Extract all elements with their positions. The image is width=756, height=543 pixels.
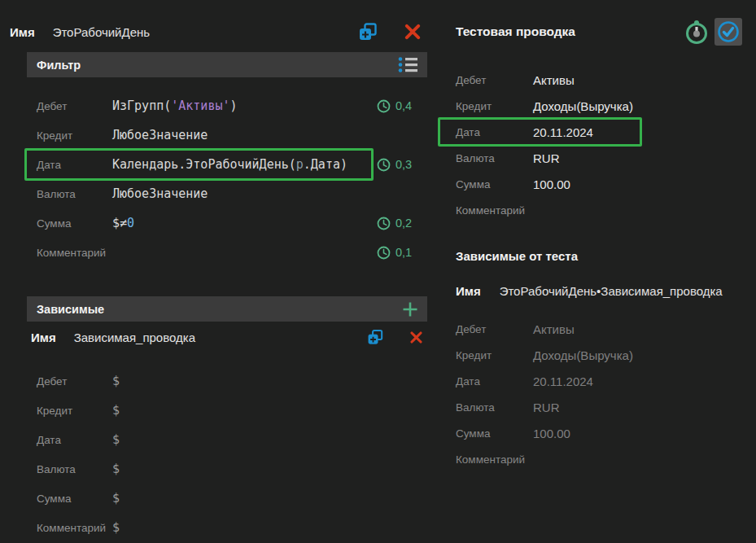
field-label: Сумма [27,217,112,230]
code-token: ЛюбоеЗначение [112,186,208,201]
field-row: ВалютаRUR [456,145,742,171]
field-value[interactable]: ЛюбоеЗначение [112,128,427,142]
field-value[interactable]: 100.00 [533,177,742,191]
field-value[interactable]: $ [112,520,427,535]
field-label: Дебет [456,323,533,335]
field-label: Дата [27,434,112,446]
field-label: Дебет [27,100,112,112]
field-row: КредитДоходы(Выручка) [456,93,742,119]
close-icon [409,331,423,344]
field-row: Сумма100.00 [456,420,742,446]
field-row: ДатаКалендарь.ЭтоРабочийДень(p.Дата)0,3 [27,150,427,179]
duplicate-icon [357,21,379,43]
field-row: Комментарий [456,446,742,472]
code-token: $ [112,216,120,230]
delete-button[interactable] [404,23,422,41]
field-label: Валюта [456,401,533,414]
code-token: 0 [127,216,134,230]
field-label: Кредит [456,349,533,361]
field-row: Сумма$ [27,484,427,513]
field-row: Дата20.11.2024 [456,368,742,394]
field-value[interactable]: $ [112,432,427,447]
field-row: Дебет$ [27,366,427,396]
apply-check-button[interactable] [714,18,742,46]
code-token: ИзГрупп( [112,99,171,113]
add-dependent-button[interactable] [401,300,419,318]
close-icon [404,23,422,41]
field-label: Валюта [27,188,112,200]
field-label: Комментарий [456,453,533,466]
field-value[interactable]: $ [112,403,427,418]
duplicate-dependent-button[interactable] [366,328,385,347]
field-row: КредитДоходы(Выручка) [456,342,742,368]
field-value[interactable]: 20.11.2024 [533,125,742,139]
field-value[interactable]: Активы [533,322,742,336]
dependent-result-name-row: Имя ЭтоРабочийДень•Зависимая_проводка [456,278,756,303]
field-value[interactable]: Активы [533,73,742,87]
field-value[interactable]: ИзГрупп('Активы') [112,99,377,113]
field-value[interactable]: 100.00 [533,427,742,440]
duration-value: 0,2 [395,217,412,230]
filter-title: Фильтр [37,59,81,72]
field-row: Кредит$ [27,396,427,425]
field-label: Валюта [456,152,533,164]
dependent-result-rows: ДебетАктивыКредитДоходы(Выручка)Дата20.1… [456,316,742,472]
code-token: ≠ [120,216,127,230]
field-label: Дебет [456,74,533,86]
code-token: .Дата) [304,157,347,172]
duration-value: 0,1 [395,246,412,259]
duration-badge: 0,1 [377,246,427,260]
field-row: Комментарий0,1 [27,238,427,267]
stopwatch-button[interactable] [685,19,708,45]
field-value[interactable]: Доходы(Выручка) [533,348,742,362]
field-row: ДебетИзГрупп('Активы')0,4 [27,91,427,120]
name-label: Имя [10,25,35,39]
clock-icon [377,99,391,113]
name-label: Имя [456,284,481,298]
test-name-value[interactable]: ЭтоРабочийДень [53,25,150,39]
field-label: Сумма [27,493,112,505]
field-value[interactable]: 20.11.2024 [533,374,742,388]
filter-section-header: Фильтр [27,52,427,77]
filter-menu-button[interactable] [397,55,419,74]
stopwatch-icon [685,19,708,45]
field-row: Комментарий$ [27,513,427,542]
field-value[interactable]: RUR [533,151,742,165]
field-row: ДебетАктивы [456,316,742,342]
field-value[interactable]: ЛюбоеЗначение [112,186,427,201]
field-value[interactable]: $ [112,374,427,388]
field-value[interactable]: RUR [533,401,742,414]
field-row: Дата$ [27,425,427,454]
test-transaction-rows: ДебетАктивыКредитДоходы(Выручка)Дата20.1… [456,67,742,223]
duration-value: 0,4 [395,99,412,112]
field-row: Дата20.11.2024 [456,119,742,145]
field-value[interactable]: $ [112,462,427,476]
field-value[interactable]: $ [112,491,427,506]
dependent-name-value[interactable]: Зависимая_проводка [74,331,195,344]
name-label: Имя [31,331,56,344]
dependent-name-row: Имя Зависимая_проводка [31,324,423,350]
field-row: Сумма$≠00,2 [27,208,427,238]
duplicate-button[interactable] [357,21,379,43]
check-icon [717,20,740,43]
field-row: ВалютаRUR [456,394,742,420]
field-value[interactable]: $≠0 [112,216,377,230]
field-row: Валюта$ [27,454,427,484]
delete-dependent-button[interactable] [409,331,423,344]
code-token: 'Активы' [171,99,229,113]
field-row: ДебетАктивы [456,67,742,93]
field-value[interactable]: Доходы(Выручка) [533,99,742,113]
code-token: ) [230,99,238,113]
field-row: КредитЛюбоеЗначение [27,120,427,150]
field-value[interactable]: Календарь.ЭтоРабочийДень(p.Дата) [112,157,377,172]
field-label: Валюта [27,463,112,475]
clock-icon [377,217,391,230]
field-row: ВалютаЛюбоеЗначение [27,179,427,208]
test-transaction-title: Тестовая проводка [456,24,575,39]
field-label: Кредит [456,100,533,112]
field-label: Дата [456,375,533,388]
dependents-section-header: Зависимые [27,296,427,322]
field-label: Дебет [27,375,112,388]
field-row: Сумма100.00 [456,171,742,197]
code-token: ЛюбоеЗначение [112,128,208,142]
